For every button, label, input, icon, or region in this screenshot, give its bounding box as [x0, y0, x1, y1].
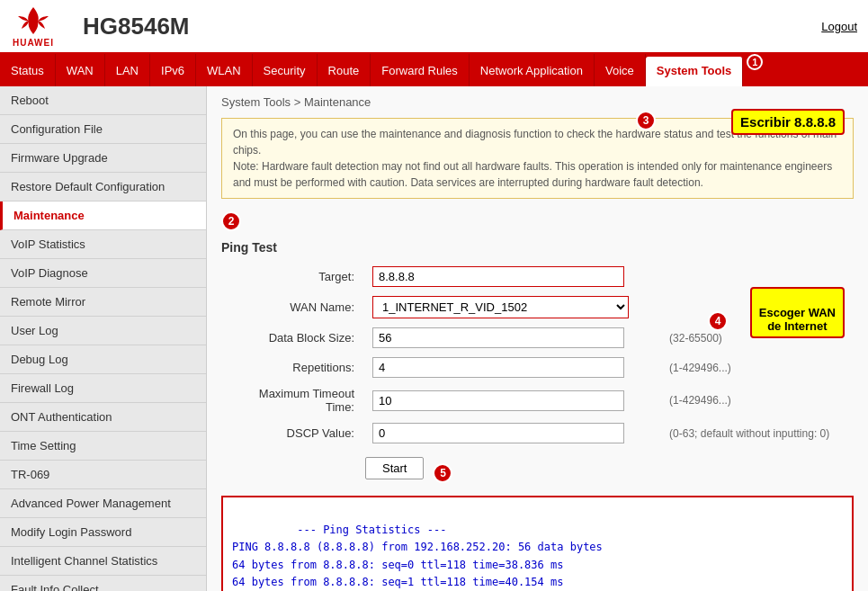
sidebar-item-restore[interactable]: Restore Default Configuration	[0, 173, 206, 201]
wan-name-label: WAN Name:	[221, 291, 365, 323]
max-timeout-hint: (1-429496...)	[662, 382, 854, 418]
nav-lan[interactable]: LAN	[105, 54, 150, 86]
repetitions-label: Repetitions:	[221, 353, 365, 382]
navbar: Status WAN LAN IPv6 WLAN Security Route …	[0, 54, 868, 86]
annotation-circle-2: 2	[221, 211, 241, 231]
annotation-circle-4: 4	[708, 311, 728, 331]
sidebar-item-fault-info[interactable]: Fault Info Collect	[0, 576, 206, 591]
nav-wan[interactable]: WAN	[56, 54, 105, 86]
repetitions-hint: (1-429496...)	[662, 353, 854, 382]
sidebar-item-voip-stats[interactable]: VoIP Statistics	[0, 230, 206, 259]
nav-network-app[interactable]: Network Application	[470, 54, 595, 86]
sidebar-item-ont-auth[interactable]: ONT Authentication	[0, 403, 206, 432]
table-row: DSCP Value: (0-63; default without input…	[221, 418, 854, 448]
info-text-2: Note: Hardware fault detection may not f…	[233, 160, 832, 189]
annotation-circle-3: 3	[636, 111, 656, 130]
annotation-write-ip: Escribir 8.8.8.8	[731, 109, 845, 135]
start-button[interactable]: Start	[365, 457, 424, 479]
sidebar-item-remote-mirror[interactable]: Remote Mirror	[0, 288, 206, 317]
header: HUAWEI HG8546M Logout	[0, 0, 868, 54]
nav-route[interactable]: Route	[318, 54, 371, 86]
sidebar-item-user-log[interactable]: User Log	[0, 317, 206, 345]
nav-voice[interactable]: Voice	[595, 54, 646, 86]
ping-result-text: --- Ping Statistics --- PING 8.8.8.8 (8.…	[232, 524, 603, 591]
main-layout: Reboot Configuration File Firmware Upgra…	[0, 86, 868, 591]
dscp-label: DSCP Value:	[221, 418, 365, 448]
dscp-input[interactable]	[372, 423, 624, 443]
wan-name-select[interactable]: 1_INTERNET_R_VID_1502 2_TR069_R_VID_1503…	[372, 296, 629, 318]
data-block-input[interactable]	[372, 327, 624, 348]
nav-system-tools[interactable]: System Tools	[646, 57, 744, 86]
ping-result-output: --- Ping Statistics --- PING 8.8.8.8 (8.…	[221, 496, 854, 591]
sidebar-item-voip-diagnose[interactable]: VoIP Diagnose	[0, 259, 206, 288]
logout-button[interactable]: Logout	[821, 20, 857, 33]
annotation-choose-wan: Escoger WAN de Internet	[750, 287, 845, 338]
sidebar-item-tr069[interactable]: TR-069	[0, 461, 206, 489]
sidebar: Reboot Configuration File Firmware Upgra…	[0, 86, 207, 591]
content-area: System Tools > Maintenance On this page,…	[207, 86, 868, 591]
data-block-label: Data Block Size:	[221, 323, 365, 353]
sidebar-item-channel-stats[interactable]: Intelligent Channel Statistics	[0, 547, 206, 576]
repetitions-input[interactable]	[372, 357, 624, 378]
table-row: Repetitions: (1-429496...)	[221, 353, 854, 382]
nav-badge: 1	[747, 54, 763, 70]
sidebar-item-firmware[interactable]: Firmware Upgrade	[0, 144, 206, 173]
max-timeout-label: Maximum Timeout Time:	[221, 382, 365, 418]
sidebar-item-reboot[interactable]: Reboot	[0, 86, 206, 115]
nav-ipv6[interactable]: IPv6	[150, 54, 196, 86]
sidebar-item-login-pwd[interactable]: Modify Login Password	[0, 518, 206, 547]
annotation-circle-5: 5	[433, 463, 452, 483]
target-input[interactable]	[372, 266, 624, 287]
sidebar-item-firewall-log[interactable]: Firewall Log	[0, 374, 206, 403]
target-label: Target:	[221, 262, 365, 291]
logo-area: HUAWEI	[11, 5, 56, 48]
nav-forward-rules[interactable]: Forward Rules	[371, 54, 470, 86]
table-row: Maximum Timeout Time: (1-429496...)	[221, 382, 854, 418]
sidebar-item-config-file[interactable]: Configuration File	[0, 115, 206, 144]
sidebar-item-debug-log[interactable]: Debug Log	[0, 345, 206, 374]
nav-status[interactable]: Status	[0, 54, 56, 86]
dscp-hint: (0-63; default without inputting: 0)	[662, 418, 854, 448]
huawei-logo	[11, 5, 56, 38]
max-timeout-input[interactable]	[372, 390, 624, 411]
sidebar-item-power-mgmt[interactable]: Advanced Power Management	[0, 489, 206, 518]
logo-label: HUAWEI	[13, 38, 54, 48]
nav-wlan[interactable]: WLAN	[196, 54, 253, 86]
ping-test-section: Ping Test Target: WAN Name:	[221, 240, 854, 591]
ping-test-title: Ping Test	[221, 240, 854, 255]
sidebar-item-maintenance[interactable]: Maintenance	[0, 201, 206, 230]
device-name: HG8546M	[74, 13, 190, 40]
nav-security[interactable]: Security	[253, 54, 318, 86]
breadcrumb: System Tools > Maintenance	[221, 95, 854, 109]
sidebar-item-time-setting[interactable]: Time Setting	[0, 432, 206, 461]
